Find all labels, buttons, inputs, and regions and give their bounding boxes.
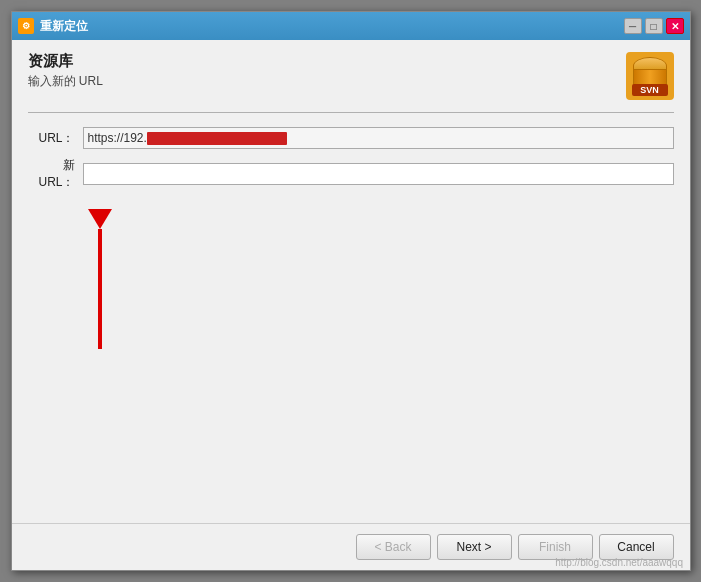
url-redacted [147, 132, 287, 145]
titlebar-title: 重新定位 [40, 18, 624, 35]
main-window: ⚙ 重新定位 ─ □ ✕ 资源库 输入新的 URL SVN [11, 11, 691, 571]
svn-icon: SVN [626, 52, 674, 100]
back-button[interactable]: < Back [356, 534, 431, 560]
svn-label: SVN [632, 84, 668, 96]
maximize-button[interactable]: □ [645, 18, 663, 34]
red-arrow [88, 209, 112, 349]
arrow-head [88, 209, 112, 229]
divider [28, 112, 674, 113]
titlebar-controls: ─ □ ✕ [624, 18, 684, 34]
finish-button[interactable]: Finish [518, 534, 593, 560]
section-title: 资源库 [28, 52, 103, 71]
close-button[interactable]: ✕ [666, 18, 684, 34]
next-button[interactable]: Next > [437, 534, 512, 560]
footer: < Back Next > Finish Cancel [12, 523, 690, 570]
url-label: URL： [28, 130, 83, 147]
main-area [28, 199, 674, 511]
content-area: 资源库 输入新的 URL SVN URL： htt [12, 40, 690, 523]
header-row: 资源库 输入新的 URL SVN [28, 52, 674, 100]
arrow-shaft [98, 229, 102, 349]
section-subtitle: 输入新的 URL [28, 73, 103, 90]
url-row: URL： https://192. [28, 127, 674, 149]
new-url-row: 新 URL： [28, 157, 674, 191]
section-header: 资源库 输入新的 URL [28, 52, 103, 90]
titlebar-icon: ⚙ [18, 18, 34, 34]
new-url-input[interactable] [83, 163, 674, 185]
form-area: URL： https://192. 新 URL： [28, 127, 674, 191]
cancel-button[interactable]: Cancel [599, 534, 674, 560]
minimize-button[interactable]: ─ [624, 18, 642, 34]
url-value-text: https://192. [88, 131, 147, 145]
titlebar: ⚙ 重新定位 ─ □ ✕ [12, 12, 690, 40]
new-url-label: 新 URL： [28, 157, 83, 191]
